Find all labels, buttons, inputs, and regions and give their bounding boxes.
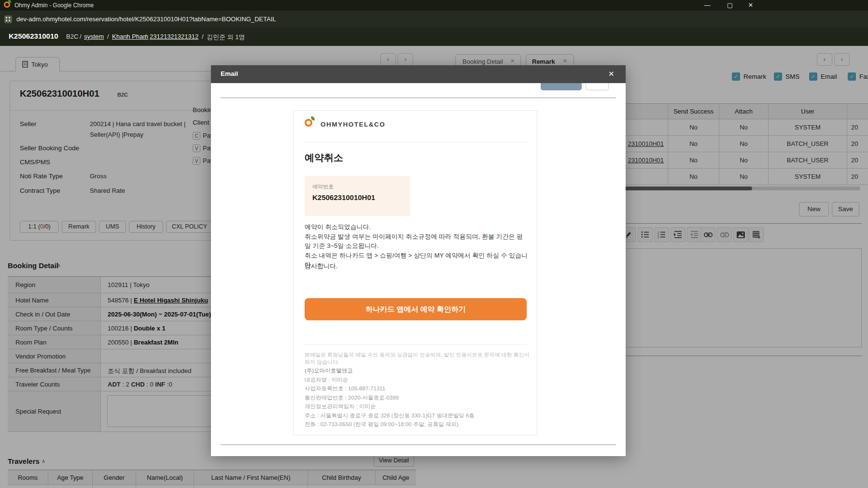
window-titlebar: Ohmy Admin - Google Chrome — ▢ ✕ <box>0 0 868 11</box>
url-text[interactable]: dev-adm.ohmyhotel.com/reservation/hotel/… <box>16 15 276 23</box>
minimize-button[interactable]: — <box>700 1 714 9</box>
company-ceo: 대표자명 : 이미순 <box>305 375 475 385</box>
breadcrumb-guest: 김민준 외 1명 <box>207 33 245 42</box>
breadcrumb: K25062310010 B2C / system / Khanh Pham /… <box>0 28 868 46</box>
modal-top-rule <box>221 98 616 98</box>
email-body-line2: 취소위약금 발생 여부는 마이페이지 취소규정에 따라 적용되며, 환불 기간은… <box>305 232 528 251</box>
close-modal-icon[interactable]: ✕ <box>608 70 615 78</box>
email-body-line3: 취소 내역은 하나카드 앱 > 쇼핑/여행 > 상단의 MY 예약에서 확인 하… <box>305 251 528 270</box>
company-name: (주)오마이호텔앤코 <box>305 366 475 375</box>
email-heading: 예약취소 <box>305 151 343 164</box>
booking-number-label: 예약번호 <box>312 183 334 190</box>
email-body-text: 예약이 취소되었습니다. 취소위약금 발생 여부는 마이페이지 취소규정에 따라… <box>305 222 528 270</box>
screen: Ohmy Admin - Google Chrome — ▢ ✕ dev-adm… <box>0 0 868 488</box>
maximize-button[interactable]: ▢ <box>723 1 737 9</box>
breadcrumb-sep4: / <box>202 33 204 40</box>
email-thanks: 감사합니다. <box>305 261 338 271</box>
url-bar[interactable]: dev-adm.ohmyhotel.com/reservation/hotel/… <box>0 11 868 28</box>
breadcrumb-link-system[interactable]: system <box>84 33 104 40</box>
email-company-block: (주)오마이호텔앤코 대표자명 : 이미순 사업자등록번호 : 105-887-… <box>305 366 475 429</box>
company-phone: 전화 : 02-733-0550 (한국 평일 09:00~18:00 주말, … <box>305 420 475 429</box>
company-privacy-officer: 개인정보관리책임자 : 이미순 <box>305 402 475 411</box>
breadcrumb-sep1: / <box>80 33 82 40</box>
email-modal-header: Email ✕ <box>211 65 626 83</box>
company-address: 주소 : 서울특별시 종로구 종로 328 (창신동 330-1)GT 동대문빌… <box>305 411 475 420</box>
booking-number-value: K25062310010H01 <box>312 193 375 201</box>
modal-bottom-rule <box>221 445 616 445</box>
window-title: Ohmy Admin - Google Chrome <box>14 2 94 9</box>
email-modal-title: Email <box>221 70 238 77</box>
brand-logo-icon <box>305 119 312 127</box>
breadcrumb-channel: B2C <box>66 33 78 40</box>
cta-button[interactable]: 하나카드 앱에서 예약 확인하기 <box>305 298 527 320</box>
app-logo-icon <box>4 1 10 8</box>
email-divider-bottom <box>305 344 527 345</box>
breadcrumb-link-user[interactable]: Khanh Pham <box>112 33 148 40</box>
close-window-button[interactable]: ✕ <box>743 1 758 9</box>
company-sales-no: 통신판매업번호 : 2020-서울종로-0399 <box>305 393 475 402</box>
email-divider-top <box>305 142 527 143</box>
email-disclaimer: 본메일은 회원님들의 메일 수신 동의와 상관없이 전송되며, 발신 전용이므로… <box>305 351 532 366</box>
breadcrumb-link-code[interactable]: 23121321321312 <box>150 33 198 40</box>
email-body-line1: 예약이 취소되었습니다. <box>305 222 528 232</box>
booking-number-box: 예약번호 K25062310010H01 <box>305 176 410 216</box>
site-icon <box>4 15 12 23</box>
breadcrumb-booking-number: K25062310010 <box>9 32 58 40</box>
breadcrumb-sep3: / <box>145 33 147 40</box>
company-reg-no: 사업자등록번호 : 105-887-71311 <box>305 384 475 393</box>
brand-wordmark: OHMYHOTEL&CO <box>321 121 385 128</box>
breadcrumb-sep2: / <box>107 33 109 40</box>
email-modal: Email ✕ OHMYHOTEL&CO 예약취소 예약번호 K25062310… <box>211 65 626 456</box>
email-preview-card: OHMYHOTEL&CO 예약취소 예약번호 K25062310010H01 예… <box>293 110 537 435</box>
